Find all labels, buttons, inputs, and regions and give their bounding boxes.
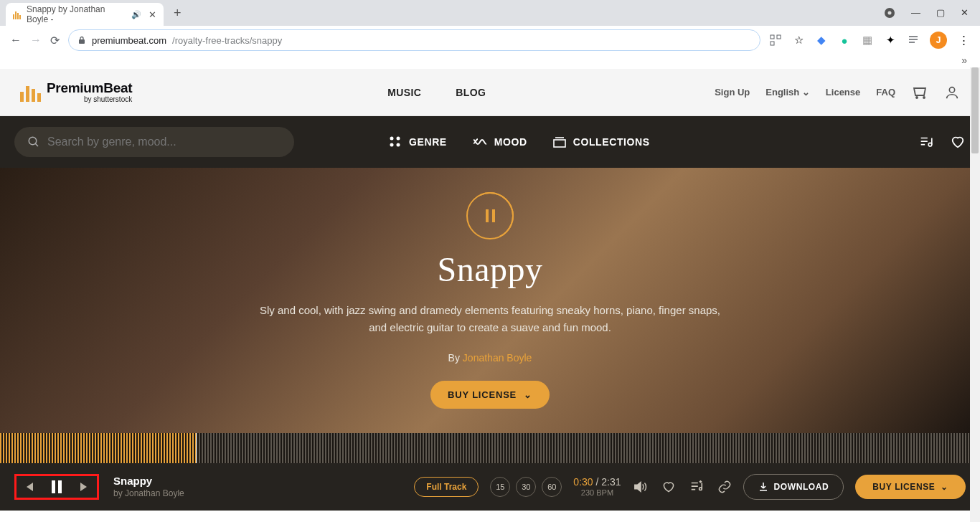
artist-link[interactable]: Jonathan Boyle (463, 352, 532, 364)
player-bar: Snappy by Jonathan Boyle Full Track 15 3… (0, 463, 980, 511)
svg-rect-2 (79, 39, 85, 44)
skip-30-button[interactable]: 30 (516, 477, 536, 497)
vertical-scrollbar[interactable] (970, 67, 980, 522)
tab-close-icon[interactable]: ✕ (149, 9, 156, 20)
pause-icon (486, 209, 495, 222)
account-icon[interactable] (944, 85, 960, 100)
logo-bars-icon (20, 83, 41, 102)
download-icon (758, 482, 768, 492)
browser-tab-strip: Snappy by Jonathan Boyle - 🔊 ✕ + — ▢ ✕ (0, 0, 980, 26)
language-selector[interactable]: English ⌄ (765, 87, 810, 98)
close-window-button[interactable]: ✕ (961, 7, 969, 19)
player-buy-license-button[interactable]: BUY LICENSE ⌄ (855, 475, 966, 499)
now-playing-artist[interactable]: by Jonathan Boyle (113, 488, 184, 500)
track-description: Sly and cool, with jazz swing and dramed… (253, 302, 727, 336)
favorites-icon[interactable] (950, 134, 966, 150)
svg-rect-14 (52, 480, 55, 493)
chevron-down-icon: ⌄ (802, 87, 810, 98)
filter-collections[interactable]: COLLECTIONS (553, 136, 650, 148)
svg-point-6 (949, 87, 954, 92)
track-hero: Snappy Sly and cool, with jazz swing and… (0, 168, 980, 433)
skip-15-button[interactable]: 15 (490, 477, 510, 497)
hero-pause-button[interactable] (466, 192, 514, 239)
svg-rect-3 (771, 35, 774, 39)
volume-icon[interactable] (633, 480, 649, 494)
forward-button[interactable]: → (30, 34, 42, 47)
svg-point-9 (397, 137, 400, 141)
now-playing-title[interactable]: Snappy (113, 474, 184, 488)
qr-icon[interactable] (769, 34, 782, 47)
skip-60-button[interactable]: 60 (542, 477, 562, 497)
overflow-chevron[interactable]: » (0, 54, 980, 69)
search-box[interactable] (14, 127, 294, 157)
browser-menu-icon[interactable]: ⋮ (957, 34, 970, 47)
reading-list-icon[interactable] (907, 34, 920, 47)
browser-tab[interactable]: Snappy by Jonathan Boyle - 🔊 ✕ (6, 3, 164, 26)
playback-controls-highlight (14, 474, 99, 500)
svg-point-10 (390, 143, 394, 147)
faq-link[interactable]: FAQ (876, 87, 895, 98)
filter-genre[interactable]: GENRE (389, 136, 447, 148)
address-bar-icons: ☆ ◆ ● ▦ ✦ J ⋮ (769, 32, 970, 49)
logo-text-sub: by shutterstock (47, 96, 132, 103)
svg-point-11 (397, 143, 400, 147)
collections-icon (553, 136, 566, 148)
wave-icon (473, 137, 487, 147)
site-logo[interactable]: PremiumBeat by shutterstock (20, 81, 132, 103)
profile-avatar[interactable]: J (930, 32, 947, 49)
chevron-down-icon: ⌄ (941, 482, 948, 492)
next-track-button[interactable] (78, 480, 91, 493)
playlist-icon[interactable] (918, 134, 934, 150)
logo-text-main: PremiumBeat (47, 81, 132, 95)
maximize-button[interactable]: ▢ (936, 7, 945, 19)
search-input[interactable] (47, 136, 281, 148)
svg-point-1 (888, 11, 892, 15)
tab-title: Snappy by Jonathan Boyle - (27, 4, 127, 24)
window-controls: — ▢ ✕ (884, 7, 980, 19)
previous-track-button[interactable] (22, 480, 35, 493)
url-path: /royalty-free-tracks/snappy (172, 35, 282, 46)
cart-icon[interactable] (911, 84, 928, 101)
minimize-button[interactable]: — (911, 7, 920, 19)
license-link[interactable]: License (826, 87, 860, 98)
favorite-icon[interactable] (661, 480, 676, 494)
nav-blog[interactable]: BLOG (456, 87, 486, 98)
new-tab-button[interactable]: + (174, 6, 182, 21)
url-input[interactable]: premiumbeat.com/royalty-free-tracks/snap… (68, 29, 760, 51)
extension-3-icon[interactable]: ▦ (861, 34, 874, 47)
incognito-icon[interactable] (884, 7, 895, 19)
share-link-icon[interactable] (717, 480, 732, 494)
svg-point-7 (29, 137, 37, 145)
bpm-label: 230 BPM (581, 488, 613, 498)
svg-rect-4 (777, 35, 781, 39)
extension-1-icon[interactable]: ◆ (815, 34, 828, 47)
signup-link[interactable]: Sign Up (715, 87, 750, 98)
scrollbar-thumb[interactable] (971, 67, 979, 153)
tab-audio-icon[interactable]: 🔊 (131, 10, 141, 19)
nav-music[interactable]: MUSIC (387, 87, 421, 98)
svg-rect-12 (554, 140, 565, 147)
grammarly-icon[interactable]: ● (838, 34, 851, 47)
hero-buy-license-button[interactable]: BUY LICENSE ⌄ (430, 381, 550, 409)
add-playlist-icon[interactable] (689, 480, 705, 494)
playhead[interactable] (196, 433, 197, 463)
grid-icon (389, 136, 402, 148)
filter-mood[interactable]: MOOD (473, 136, 527, 148)
site-header: PremiumBeat by shutterstock MUSIC BLOG S… (0, 69, 980, 116)
address-bar: ← → ⟳ premiumbeat.com/royalty-free-track… (0, 26, 980, 54)
favicon-icon (13, 9, 22, 19)
time-display: 0:30 / 2:31 230 BPM (573, 476, 621, 498)
pause-button[interactable] (50, 479, 64, 495)
waveform-scrubber[interactable] (0, 433, 980, 463)
lock-icon (77, 36, 86, 44)
bookmark-star-icon[interactable]: ☆ (792, 34, 805, 47)
extensions-puzzle-icon[interactable]: ✦ (884, 34, 897, 47)
url-domain: premiumbeat.com (92, 35, 166, 46)
reload-button[interactable]: ⟳ (50, 34, 60, 47)
back-button[interactable]: ← (10, 34, 22, 47)
full-track-chip[interactable]: Full Track (414, 477, 479, 497)
search-icon (27, 136, 40, 148)
download-button[interactable]: DOWNLOAD (743, 474, 844, 500)
now-playing-meta: Snappy by Jonathan Boyle (113, 474, 184, 499)
skip-group: 15 30 60 (490, 477, 562, 497)
